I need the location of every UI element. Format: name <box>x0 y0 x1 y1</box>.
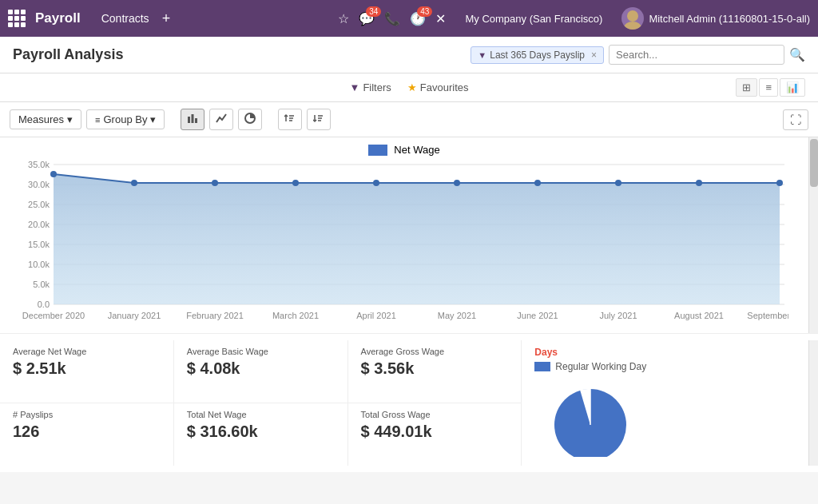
chat-badge: 34 <box>366 6 381 17</box>
avatar <box>621 7 644 30</box>
stat-avg-basic-label: Average Basic Wage <box>187 347 335 356</box>
search-button[interactable]: 🔍 <box>789 47 805 62</box>
line-chart-button[interactable] <box>209 109 233 130</box>
view-chart-button[interactable]: 📊 <box>780 78 805 97</box>
data-point <box>373 180 379 186</box>
svg-text:May 2021: May 2021 <box>438 311 476 320</box>
filter-icon: ▼ <box>350 81 360 93</box>
svg-text:January 2021: January 2021 <box>108 311 161 320</box>
filters-button[interactable]: ▼ Filters <box>350 81 391 93</box>
data-point <box>776 180 783 186</box>
star-icon[interactable]: ☆ <box>338 11 349 26</box>
user-menu[interactable]: Mitchell Admin (11160801-15-0-all) <box>621 7 810 30</box>
data-point <box>292 180 299 186</box>
area-fill <box>54 174 780 304</box>
svg-point-1 <box>624 22 641 30</box>
stat-payslips-label: # Payslips <box>13 410 161 419</box>
data-point <box>212 180 218 186</box>
svg-text:July 2021: July 2021 <box>599 311 637 320</box>
legend-color-box <box>368 145 387 156</box>
filter-tag: ▼ Last 365 Days Payslip × <box>471 46 604 64</box>
stat-total-gross: Total Gross Wage $ 449.01k <box>348 403 522 466</box>
svg-text:March 2021: March 2021 <box>272 311 319 320</box>
svg-text:20.0k: 20.0k <box>28 220 50 229</box>
svg-text:10.0k: 10.0k <box>28 260 50 269</box>
user-name: Mitchell Admin (11160801-15-0-all) <box>649 13 810 25</box>
pie-legend: Regular Working Day <box>534 361 796 372</box>
measures-button[interactable]: Measures ▾ <box>10 109 81 129</box>
expand-button[interactable]: ⛶ <box>783 109 808 130</box>
pie-legend-color <box>534 362 550 371</box>
contracts-nav[interactable]: Contracts <box>95 9 156 28</box>
filter-tag-label: Last 365 Days Payslip <box>490 50 585 61</box>
pie-section: Days Regular Working Day <box>522 340 808 466</box>
stat-avg-gross-label: Average Gross Wage <box>361 347 509 356</box>
svg-text:30.0k: 30.0k <box>28 180 50 189</box>
svg-text:5.0k: 5.0k <box>33 280 50 289</box>
view-list-button[interactable]: ≡ <box>759 78 778 97</box>
close-icon[interactable]: ✕ <box>435 11 446 26</box>
stat-avg-net: Average Net Wage $ 2.51k <box>0 340 174 403</box>
page-header: Payroll Analysis ▼ Last 365 Days Payslip… <box>0 37 818 73</box>
sort-desc-button[interactable] <box>307 109 331 130</box>
data-point <box>534 180 541 186</box>
stat-total-gross-value: $ 449.01k <box>361 423 509 441</box>
stat-total-net-value: $ 316.60k <box>187 423 335 441</box>
phone-icon[interactable]: 📞 <box>384 11 400 26</box>
app-name: Payroll <box>35 10 81 26</box>
groupby-chevron: ▾ <box>150 113 156 125</box>
top-nav: Payroll Contracts + ☆ 💬 34 📞 🕐 43 ✕ My C… <box>0 0 818 37</box>
svg-rect-2 <box>188 117 190 123</box>
bottom-scrollbar[interactable] <box>808 340 818 466</box>
data-point <box>50 171 57 177</box>
chat-icon[interactable]: 💬 34 <box>359 11 375 26</box>
data-point <box>615 180 621 186</box>
stat-payslips-value: 126 <box>13 423 161 441</box>
data-point <box>454 180 460 186</box>
svg-text:April 2021: April 2021 <box>356 311 396 320</box>
favourites-button[interactable]: ★ Favourites <box>407 81 469 93</box>
stat-avg-gross-value: $ 3.56k <box>361 359 509 378</box>
stat-payslips: # Payslips 126 <box>0 403 174 466</box>
chart-toolbar: Measures ▾ ≡ Group By ▾ ⛶ <box>0 102 818 137</box>
clock-icon[interactable]: 🕐 43 <box>410 11 426 26</box>
add-button[interactable]: + <box>162 10 171 27</box>
search-input[interactable] <box>609 45 784 65</box>
stats-grid: Average Net Wage $ 2.51k Average Basic W… <box>0 340 522 466</box>
line-area-chart: 35.0k 30.0k 25.0k 20.0k 15.0k 10.0k 5.0k… <box>10 161 788 324</box>
company-name: My Company (San Francisco) <box>465 13 602 25</box>
svg-rect-3 <box>192 114 194 123</box>
pie-chart-button[interactable] <box>238 109 262 130</box>
stats-section: Average Net Wage $ 2.51k Average Basic W… <box>0 333 818 472</box>
pie-legend-label: Regular Working Day <box>555 361 646 372</box>
bar-chart-button[interactable] <box>181 109 204 130</box>
clock-badge: 43 <box>417 6 432 17</box>
data-point <box>696 180 702 186</box>
group-by-button[interactable]: ≡ Group By ▾ <box>86 109 165 129</box>
scroll-thumb[interactable] <box>810 139 818 187</box>
stat-total-net: Total Net Wage $ 316.60k <box>174 403 348 466</box>
filter-tag-remove[interactable]: × <box>591 50 597 61</box>
view-pivot-button[interactable]: ⊞ <box>736 78 757 97</box>
view-switcher: ⊞ ≡ 📊 <box>481 78 805 97</box>
stat-avg-net-label: Average Net Wage <box>13 347 161 356</box>
grid-icon[interactable] <box>8 10 26 27</box>
svg-text:35.0k: 35.0k <box>28 161 50 169</box>
svg-text:February 2021: February 2021 <box>186 311 244 320</box>
svg-text:25.0k: 25.0k <box>28 200 50 209</box>
star-fav-icon: ★ <box>407 81 417 93</box>
stat-total-gross-label: Total Gross Wage <box>361 410 509 419</box>
chart-container: Net Wage <box>0 137 808 333</box>
groupby-icon: ≡ <box>95 115 100 125</box>
svg-rect-4 <box>195 118 197 123</box>
scrollbar[interactable] <box>808 137 818 333</box>
chart-section: Net Wage <box>0 137 818 333</box>
sort-asc-button[interactable] <box>278 109 302 130</box>
chart-line <box>54 174 780 183</box>
page-title: Payroll Analysis <box>13 46 463 63</box>
pie-chart <box>534 377 646 457</box>
pie-title: Days <box>534 347 796 358</box>
svg-text:15.0k: 15.0k <box>28 240 50 249</box>
chart-legend: Net Wage <box>10 144 799 156</box>
svg-text:June 2021: June 2021 <box>517 311 558 320</box>
